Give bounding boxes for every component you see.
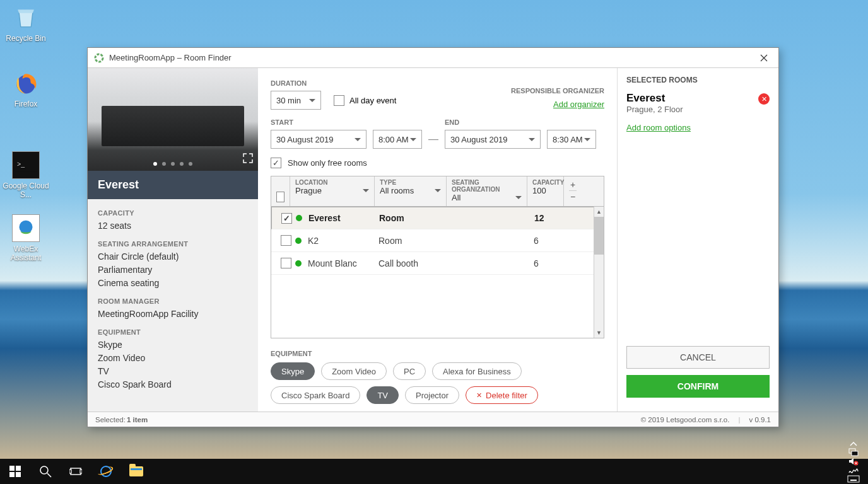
selected-rooms-heading: SELECTED ROOMS bbox=[626, 76, 770, 84]
allday-label: All day event bbox=[349, 96, 396, 105]
table-header: LOCATION Prague TYPE All rooms SEATING O… bbox=[271, 176, 604, 207]
titlebar[interactable]: MeetingRoomApp – Room Finder bbox=[88, 48, 778, 68]
start-label: START bbox=[271, 118, 367, 126]
row-capacity: 6 bbox=[534, 258, 570, 268]
task-view-button[interactable] bbox=[61, 459, 91, 484]
desktop-icon-firefox[interactable]: Firefox bbox=[3, 69, 49, 108]
equip-pill-alexa[interactable]: Alexa for Business bbox=[432, 362, 522, 380]
status-dot-icon bbox=[295, 238, 302, 244]
row-type: Room bbox=[379, 213, 454, 223]
tray-overflow[interactable] bbox=[844, 441, 863, 448]
equip-pill-skype[interactable]: Skype bbox=[271, 362, 315, 380]
capacity-plus-button[interactable]: + bbox=[569, 179, 577, 191]
equipment-heading: EQUIPMENT bbox=[98, 328, 248, 336]
taskbar: CES bbox=[0, 459, 868, 484]
manager-heading: ROOM MANAGER bbox=[98, 297, 248, 305]
chevron-down-icon bbox=[355, 138, 361, 141]
desktop-icon-label: Google Cloud S... bbox=[3, 182, 49, 199]
svg-rect-6 bbox=[16, 466, 21, 471]
start-button[interactable] bbox=[0, 459, 30, 484]
table-scrollbar[interactable]: ▲▼ bbox=[594, 207, 604, 338]
room-meta: CAPACITY 12 seats SEATING ARRANGEMENT Ch… bbox=[88, 199, 258, 396]
desktop-icon-webex[interactable]: WebEx Assistant bbox=[3, 214, 49, 262]
equip-pill-pc[interactable]: PC bbox=[393, 362, 426, 380]
table-row[interactable]: K2 Room 6 bbox=[271, 229, 604, 252]
chevron-down-icon bbox=[529, 138, 535, 141]
seating-value: Chair Circle (default) bbox=[98, 250, 248, 263]
table-row[interactable]: Mount Blanc Call booth 6 bbox=[271, 252, 604, 275]
duration-select[interactable]: 30 min bbox=[271, 91, 321, 110]
svg-rect-17 bbox=[848, 476, 859, 482]
organizer-label: RESPONSIBLE ORGANIZER bbox=[511, 87, 604, 95]
status-copyright: © 2019 Letsgood.com s.r.o. bbox=[641, 416, 730, 424]
window-close-button[interactable] bbox=[749, 48, 778, 67]
app-window: MeetingRoomApp – Room Finder Everest bbox=[87, 47, 779, 427]
add-room-options-link[interactable]: Add room options bbox=[626, 123, 770, 132]
equipment-value: TV bbox=[98, 365, 248, 378]
start-date-select[interactable]: 30 August 2019 bbox=[271, 130, 367, 149]
select-all-checkbox[interactable] bbox=[276, 192, 284, 202]
row-type: Room bbox=[378, 236, 453, 246]
row-checkbox[interactable] bbox=[281, 235, 291, 246]
taskbar-app-file-explorer[interactable] bbox=[121, 459, 151, 484]
delete-filter-button[interactable]: Delete filter bbox=[466, 386, 538, 404]
svg-rect-15 bbox=[852, 451, 858, 456]
equip-pill-zoom[interactable]: Zoom Video bbox=[321, 362, 387, 380]
start-time-select[interactable]: 8:00 AM bbox=[373, 130, 422, 149]
row-name: K2 bbox=[308, 236, 378, 246]
equip-pill-tv[interactable]: TV bbox=[367, 386, 399, 404]
task-view-icon bbox=[69, 465, 82, 478]
seating-filter[interactable]: All bbox=[452, 193, 522, 202]
close-icon bbox=[760, 54, 768, 62]
free-rooms-label: Show only free rooms bbox=[288, 158, 367, 168]
row-capacity: 6 bbox=[534, 236, 570, 246]
cancel-button[interactable]: CANCEL bbox=[626, 346, 770, 369]
svg-rect-7 bbox=[9, 472, 15, 477]
tray-input[interactable] bbox=[843, 466, 864, 475]
type-filter[interactable]: All rooms bbox=[380, 186, 441, 195]
expand-icon[interactable] bbox=[243, 153, 253, 166]
rooms-table: LOCATION Prague TYPE All rooms SEATING O… bbox=[271, 176, 604, 338]
webex-icon bbox=[12, 214, 40, 242]
location-filter[interactable]: Prague bbox=[295, 186, 369, 195]
tray-keyboard[interactable] bbox=[842, 475, 865, 483]
equip-pill-projector[interactable]: Projector bbox=[405, 386, 459, 404]
carousel-dots[interactable] bbox=[153, 162, 192, 166]
chevron-down-icon bbox=[309, 99, 315, 102]
taskbar-app-ie[interactable] bbox=[91, 459, 121, 484]
end-time-select[interactable]: 8:30 AM bbox=[547, 130, 596, 149]
svg-rect-12 bbox=[69, 470, 71, 473]
capacity-minus-button[interactable]: − bbox=[569, 191, 577, 202]
tray-network[interactable] bbox=[843, 448, 864, 457]
equipment-value: Cisco Spark Board bbox=[98, 378, 248, 391]
row-checkbox[interactable] bbox=[281, 258, 291, 268]
status-selected-label: Selected: bbox=[95, 416, 126, 424]
app-logo-icon bbox=[94, 53, 104, 63]
capacity-value: 12 seats bbox=[98, 219, 248, 233]
selected-room-name: Everest bbox=[626, 92, 770, 105]
svg-point-3 bbox=[20, 221, 33, 234]
equipment-filter-label: EQUIPMENT bbox=[271, 350, 604, 357]
free-rooms-checkbox[interactable] bbox=[271, 158, 281, 168]
chevron-down-icon bbox=[410, 138, 416, 141]
desktop-icon-google-cloud[interactable]: >_ Google Cloud S... bbox=[3, 151, 49, 199]
row-name: Everest bbox=[308, 213, 379, 223]
search-button[interactable] bbox=[30, 459, 61, 484]
equip-pill-cisco[interactable]: Cisco Spark Board bbox=[271, 386, 360, 404]
search-icon bbox=[39, 465, 52, 478]
row-checkbox[interactable] bbox=[281, 213, 292, 224]
desktop-icon-label: Recycle Bin bbox=[6, 34, 45, 43]
add-organizer-link[interactable]: Add organizer bbox=[553, 100, 604, 109]
end-label: END bbox=[445, 118, 541, 126]
chevron-down-icon bbox=[363, 189, 369, 192]
allday-checkbox[interactable] bbox=[334, 95, 344, 106]
tray-volume[interactable] bbox=[843, 457, 864, 466]
confirm-button[interactable]: CONFIRM bbox=[626, 375, 770, 398]
end-date-select[interactable]: 30 August 2019 bbox=[445, 130, 541, 149]
status-selected-count: 1 item bbox=[127, 416, 148, 424]
remove-room-button[interactable]: ✕ bbox=[758, 93, 770, 105]
svg-point-4 bbox=[95, 54, 103, 62]
desktop-icon-label: WebEx Assistant bbox=[11, 245, 42, 262]
table-row[interactable]: Everest Room 12 bbox=[271, 207, 604, 229]
desktop-icon-recycle-bin[interactable]: Recycle Bin bbox=[3, 4, 49, 43]
